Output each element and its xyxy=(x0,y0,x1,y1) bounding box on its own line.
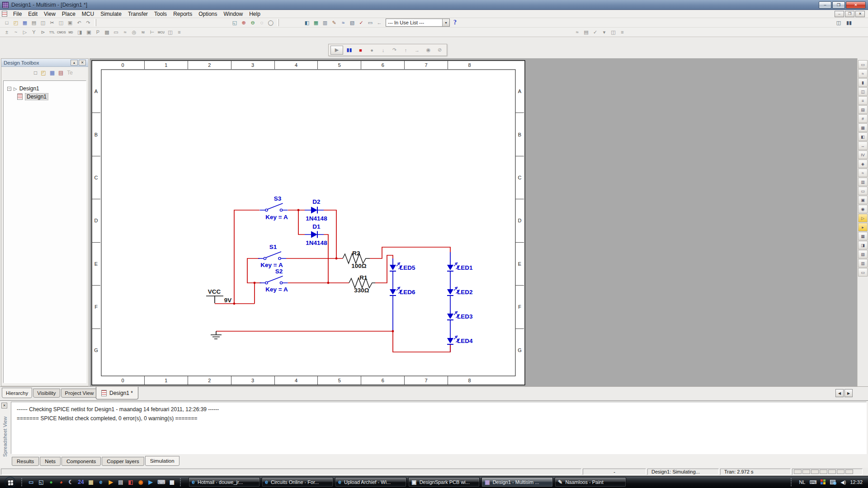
view-toolbar-button[interactable]: ▥ xyxy=(321,19,330,27)
quicklaunch-icon[interactable]: ◧ xyxy=(127,479,134,485)
place-component-button[interactable]: CMOS xyxy=(57,28,66,36)
simulation-button[interactable]: ↑ xyxy=(401,46,411,55)
simulation-button[interactable]: → xyxy=(412,46,422,55)
label-s1[interactable]: S1 xyxy=(269,244,277,250)
place-component-button[interactable]: ± xyxy=(2,28,11,36)
taskbar-button[interactable]: ▦ Design1 - Multisim ... xyxy=(481,477,553,487)
toolbar-button[interactable]: ↷ xyxy=(84,19,93,27)
menu-item[interactable]: Window xyxy=(221,10,246,18)
quicklaunch-icon[interactable]: e xyxy=(98,479,104,485)
spreadsheet-tab[interactable]: Results xyxy=(12,457,39,466)
instrument-button[interactable]: ▥ xyxy=(858,259,868,267)
zoom-toolbar-button[interactable]: ⊕ xyxy=(239,19,248,27)
menu-item[interactable]: Reports xyxy=(170,10,195,18)
toolbar-button[interactable]: ▣ xyxy=(66,19,75,27)
instrument-button[interactable]: ◨ xyxy=(858,241,868,249)
instrument-button[interactable]: ▦ xyxy=(858,232,868,240)
toolbox-toolbar-button[interactable]: ▦ xyxy=(50,70,55,76)
instrument-button[interactable]: ▮ xyxy=(858,78,868,87)
taskbar-button[interactable]: e Circuits Online - For... xyxy=(262,477,333,487)
label-s2-key[interactable]: Key = A xyxy=(265,286,288,293)
place-component-button[interactable]: NI xyxy=(139,28,148,36)
window-view-button[interactable]: ▮▮ xyxy=(844,19,854,27)
simulation-button[interactable]: ⊘ xyxy=(434,46,445,55)
instrument-button[interactable]: IV xyxy=(858,150,868,159)
spreadsheet-tab[interactable]: Components xyxy=(61,457,101,466)
label-d1[interactable]: D1 xyxy=(312,223,321,230)
menu-item[interactable]: Tools xyxy=(151,10,170,18)
label-d2-part[interactable]: 1N4148 xyxy=(306,215,327,222)
instrument-button[interactable]: ▷ xyxy=(858,214,868,222)
speaker-icon[interactable]: ◀) xyxy=(840,479,846,485)
place-component-button[interactable]: ⊢ xyxy=(148,28,157,36)
instrument-button[interactable]: ▦ xyxy=(858,123,868,132)
toolbox-tab[interactable]: Visibility xyxy=(33,389,60,398)
network-icon[interactable] xyxy=(830,480,836,485)
place-component-button[interactable]: ◫ xyxy=(166,28,175,36)
quicklaunch-icon[interactable]: ▤ xyxy=(118,479,124,485)
taskbar-button[interactable]: ✎ Naamloos - Paint xyxy=(555,477,626,487)
instrument-button[interactable]: # xyxy=(858,114,868,123)
view-toolbar-button[interactable]: ≈ xyxy=(339,19,348,27)
instrument-button[interactable]: ▸ xyxy=(858,223,868,231)
instrument-button[interactable]: ▭ xyxy=(858,268,868,277)
menu-item[interactable]: Edit xyxy=(25,10,41,18)
quicklaunch-icon[interactable]: ◱ xyxy=(38,479,44,485)
label-led2[interactable]: LED2 xyxy=(457,289,473,296)
menu-item[interactable]: File xyxy=(10,10,25,18)
place-component-button[interactable]: ▷ xyxy=(20,28,29,36)
place-component-button[interactable]: ▣ xyxy=(85,28,94,36)
label-d1-part[interactable]: 1N4148 xyxy=(306,239,327,246)
toolbar-button[interactable]: □ xyxy=(2,19,11,27)
analysis-toolbar-button[interactable]: ▾ xyxy=(600,28,609,36)
language-indicator[interactable]: NL xyxy=(799,479,805,485)
spreadsheet-tab[interactable]: Copper layers xyxy=(102,457,144,466)
analysis-toolbar-button[interactable]: ▤ xyxy=(582,28,591,36)
label-r1[interactable]: R1 xyxy=(359,274,368,281)
menu-item[interactable]: Options xyxy=(195,10,220,18)
analysis-toolbar-button[interactable]: ≡ xyxy=(618,28,627,36)
place-component-button[interactable]: ⊳ xyxy=(38,28,47,36)
tree-child-row[interactable]: Design1 xyxy=(4,93,86,101)
instrument-button[interactable]: ◈ xyxy=(858,160,868,168)
instrument-button[interactable]: ▭ xyxy=(858,60,868,69)
simulation-log[interactable]: ------ Checking SPICE netlist for Design… xyxy=(11,402,867,454)
close-button[interactable]: ✕ xyxy=(846,1,866,9)
quicklaunch-icon[interactable]: ☾ xyxy=(68,479,74,485)
label-s3-key[interactable]: Key = A xyxy=(265,214,288,221)
label-r2-value[interactable]: 100Ω xyxy=(351,263,367,269)
sheet-tab-design1[interactable]: Design1 * xyxy=(96,387,138,399)
mdi-close-button[interactable]: ✕ xyxy=(855,11,865,17)
place-component-button[interactable]: ▩ xyxy=(103,28,112,36)
colored-squares-tray-icon[interactable] xyxy=(821,479,826,485)
place-component-button[interactable]: Y xyxy=(29,28,38,36)
instrument-button[interactable]: ≡ xyxy=(858,96,868,105)
place-component-button[interactable]: ~ xyxy=(11,28,20,36)
zoom-toolbar-button[interactable]: ◌ xyxy=(257,19,266,27)
tree-root-label[interactable]: Design1 xyxy=(19,85,39,92)
start-button[interactable] xyxy=(5,477,16,488)
quicklaunch-icon[interactable]: ▦ xyxy=(88,479,94,485)
instrument-button[interactable]: ▧ xyxy=(858,250,868,258)
label-led1[interactable]: LED1 xyxy=(457,264,473,271)
quicklaunch-icon[interactable]: ▶ xyxy=(108,479,114,485)
in-use-list-combobox[interactable]: --- In Use List --- ▾ xyxy=(386,19,450,27)
spreadsheet-tab[interactable]: Simulation xyxy=(145,456,179,466)
panel-rollup-button[interactable]: ▴ xyxy=(71,60,78,66)
quicklaunch-icon[interactable]: ▭ xyxy=(28,479,34,485)
view-toolbar-button[interactable]: ← xyxy=(375,19,384,27)
view-toolbar-button[interactable]: ▦ xyxy=(311,19,321,27)
mdi-restore-button[interactable]: ❐ xyxy=(845,11,854,17)
zoom-toolbar-button[interactable]: ◱ xyxy=(230,19,239,27)
quicklaunch-icon[interactable]: ▩ xyxy=(169,479,175,485)
schematic-workspace[interactable]: S3 Key = A D2 1N4148 D1 1N4148 S1 Key = … xyxy=(90,58,857,386)
place-component-button[interactable]: ≈ xyxy=(121,28,130,36)
view-toolbar-button[interactable]: ◧ xyxy=(302,19,311,27)
quicklaunch-icon[interactable]: ● xyxy=(48,479,54,485)
menu-item[interactable]: Transfer xyxy=(125,10,151,18)
label-s1-key[interactable]: Key = A xyxy=(260,262,283,268)
instrument-button[interactable]: ▥ xyxy=(858,178,868,186)
menu-item[interactable]: Help xyxy=(246,10,264,18)
quicklaunch-icon[interactable]: ◉ xyxy=(137,479,144,485)
simulation-button[interactable]: ■ xyxy=(355,46,366,55)
